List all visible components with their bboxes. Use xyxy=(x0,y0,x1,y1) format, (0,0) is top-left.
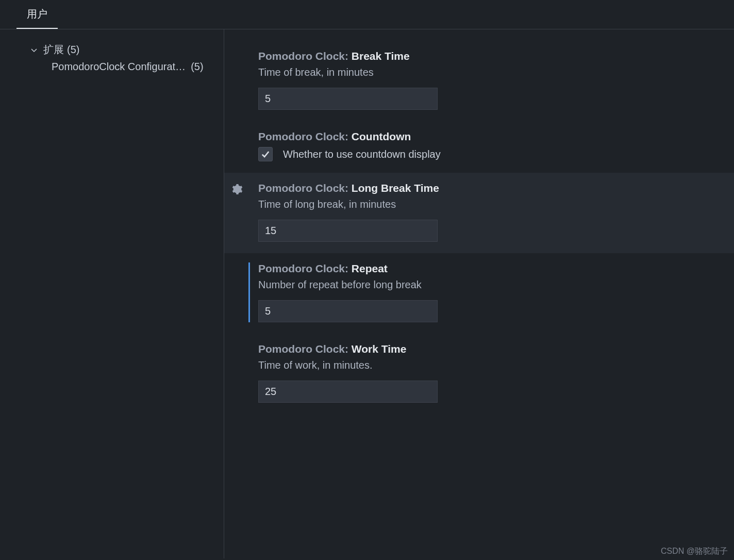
title-prefix: Pomodoro Clock: xyxy=(258,130,352,142)
setting-title: Pomodoro Clock: Break Time xyxy=(258,50,734,62)
tree-header-label: 扩展 xyxy=(43,43,64,57)
title-name: Countdown xyxy=(352,130,411,142)
checkbox-row: Whether to use countdown display xyxy=(258,147,734,161)
gear-icon[interactable] xyxy=(230,183,243,195)
setting-work-time: Pomodoro Clock: Work Time Time of work, … xyxy=(224,334,734,414)
setting-desc: Time of work, in minutes. xyxy=(258,359,734,371)
tree-header-count: (5) xyxy=(67,44,79,56)
chevron-down-icon xyxy=(30,46,38,54)
tree-header-extensions[interactable]: 扩展 (5) xyxy=(0,43,224,57)
title-prefix: Pomodoro Clock: xyxy=(258,50,352,62)
repeat-input[interactable] xyxy=(258,300,438,322)
break-time-input[interactable] xyxy=(258,88,438,110)
tree-item-label: PomodoroClock Configurat… xyxy=(52,61,186,73)
title-prefix: Pomodoro Clock: xyxy=(258,343,352,355)
setting-title: Pomodoro Clock: Long Break Time xyxy=(258,182,734,194)
setting-desc: Time of long break, in minutes xyxy=(258,199,734,210)
sidebar: 扩展 (5) PomodoroClock Configurat… (5) xyxy=(0,29,224,558)
body-area: 扩展 (5) PomodoroClock Configurat… (5) Pom… xyxy=(0,29,734,558)
checkbox-label: Whether to use countdown display xyxy=(283,149,441,160)
work-time-input[interactable] xyxy=(258,381,438,403)
title-name: Break Time xyxy=(352,50,410,62)
tab-bar: 用户 xyxy=(0,0,734,29)
tab-label: 用户 xyxy=(27,8,47,20)
countdown-checkbox[interactable] xyxy=(258,147,273,161)
setting-countdown: Pomodoro Clock: Countdown Whether to use… xyxy=(224,121,734,173)
setting-break-time: Pomodoro Clock: Break Time Time of break… xyxy=(224,41,734,121)
setting-long-break-time: Pomodoro Clock: Long Break Time Time of … xyxy=(224,173,734,253)
setting-title: Pomodoro Clock: Countdown xyxy=(258,130,734,143)
setting-desc: Number of repeat before long break xyxy=(258,279,734,291)
title-prefix: Pomodoro Clock: xyxy=(258,262,352,274)
title-name: Work Time xyxy=(352,343,407,355)
title-prefix: Pomodoro Clock: xyxy=(258,182,352,194)
settings-main: Pomodoro Clock: Break Time Time of break… xyxy=(224,29,734,558)
setting-title: Pomodoro Clock: Repeat xyxy=(258,262,734,275)
setting-repeat: Pomodoro Clock: Repeat Number of repeat … xyxy=(224,253,734,334)
tree-item-count: (5) xyxy=(191,61,203,73)
watermark: CSDN @骆驼陆子 xyxy=(661,546,728,557)
long-break-time-input[interactable] xyxy=(258,220,438,242)
title-name: Long Break Time xyxy=(352,182,439,194)
setting-title: Pomodoro Clock: Work Time xyxy=(258,343,734,355)
tab-user[interactable]: 用户 xyxy=(16,0,58,29)
tree-item-pomodoro-config[interactable]: PomodoroClock Configurat… (5) xyxy=(0,57,224,73)
title-name: Repeat xyxy=(352,262,388,274)
setting-desc: Time of break, in minutes xyxy=(258,67,734,78)
